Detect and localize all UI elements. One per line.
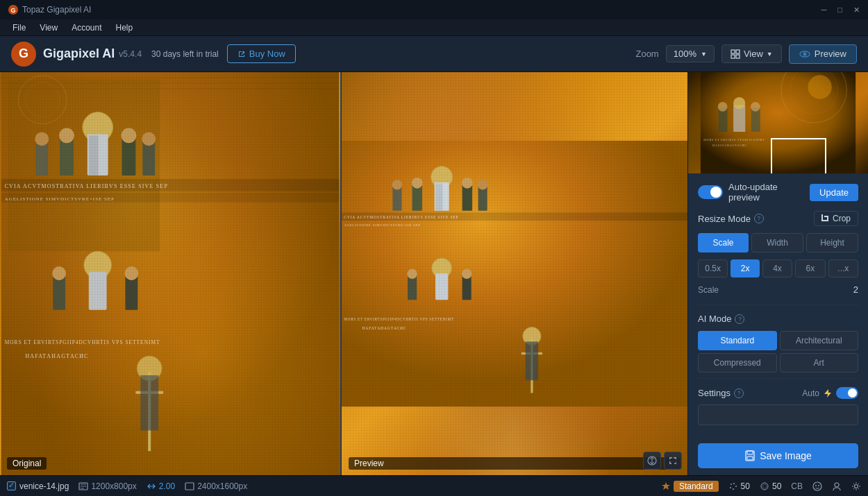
trial-badge: 30 days left in trial	[151, 49, 219, 59]
mosaic-texture	[0, 72, 340, 475]
zoom-label: Zoom	[635, 49, 658, 59]
buy-now-button[interactable]: Buy Now	[227, 44, 296, 63]
settings-help-icon[interactable]: ?	[734, 388, 744, 398]
noise-icon	[728, 481, 738, 491]
external-link-icon	[237, 50, 246, 58]
menu-file[interactable]: File	[6, 22, 33, 34]
resize-mode-help-icon[interactable]: ?	[754, 214, 764, 223]
user-profile-icon	[832, 481, 842, 491]
preview-button[interactable]: Preview	[789, 44, 857, 64]
statusbar: venice-14.jpg 1200x800px 2.00 2400x1600p…	[0, 475, 868, 496]
svg-point-99	[818, 485, 819, 486]
image-area[interactable]: CVIA ACVTMOSTRATIVA LIERIBVS ESSE SIVE S…	[0, 72, 687, 475]
output-resolution: 2400x1600px	[197, 481, 247, 491]
app-name: Gigapixel AI	[43, 46, 115, 61]
file-checkbox[interactable]	[7, 481, 16, 490]
tab-scale[interactable]: Scale	[698, 233, 749, 253]
scale-display: 2.00	[159, 481, 175, 491]
svg-rect-80	[751, 108, 760, 132]
save-icon	[744, 450, 756, 461]
input-resolution-item: 1200x800px	[78, 481, 136, 491]
titlebar: G Topaz Gigapixel AI ─ □ ✕	[0, 0, 868, 19]
svg-point-7	[803, 52, 806, 55]
settings-cog-item	[851, 481, 861, 491]
zoom-value: 100%	[674, 49, 696, 59]
save-image-button[interactable]: Save Image	[698, 443, 858, 468]
original-label: Original	[7, 457, 47, 470]
update-button[interactable]: Update	[810, 184, 858, 201]
svg-point-77	[718, 102, 728, 112]
input-resolution: 1200x800px	[91, 481, 136, 491]
scale-4x[interactable]: 4x	[762, 259, 792, 277]
close-button[interactable]: ✕	[853, 6, 860, 14]
ai-tab-art[interactable]: Art	[780, 353, 859, 373]
svg-point-91	[733, 483, 735, 484]
fullscreen-icon[interactable]	[664, 452, 682, 470]
scale-value-row: Scale 2	[698, 284, 858, 295]
zoom-control[interactable]: 100% ▼	[666, 45, 715, 62]
scale-multiplier-buttons: 0.5x 2x 4x 6x ...x	[698, 259, 858, 277]
star-icon	[661, 481, 671, 491]
noise-item: 50	[728, 481, 750, 491]
scale-0-5x[interactable]: 0.5x	[698, 259, 728, 277]
scale-2x[interactable]: 2x	[731, 259, 759, 277]
ai-mode-status: Standard	[661, 481, 719, 492]
zoom-chevron-icon: ▼	[701, 51, 707, 58]
svg-point-97	[813, 482, 821, 490]
auto-update-label: Auto-update preview	[728, 182, 810, 203]
maximize-button[interactable]: □	[837, 6, 842, 14]
svg-rect-76	[719, 108, 728, 132]
auto-update-toggle[interactable]	[698, 185, 723, 199]
grid-icon	[731, 49, 740, 59]
menu-view[interactable]: View	[33, 22, 65, 34]
lightning-icon	[824, 388, 832, 398]
ai-mode-header: AI Mode ?	[698, 314, 858, 324]
svg-point-79	[733, 97, 745, 109]
app-header: G Gigapixel AI v5.4.4 30 days left in tr…	[0, 36, 868, 72]
resize-mode-tabs: Scale Width Height	[698, 233, 858, 253]
thumbnail-viewport-indicator	[771, 138, 826, 173]
scale-label: Scale	[698, 285, 719, 295]
view-chevron-icon: ▼	[767, 51, 773, 58]
auto-settings-toggle[interactable]	[836, 387, 858, 399]
app-icon: G	[8, 5, 18, 15]
svg-point-81	[751, 102, 760, 112]
panel-divider	[340, 72, 342, 475]
blur-icon	[760, 481, 769, 491]
menu-account[interactable]: Account	[65, 22, 108, 34]
tab-height[interactable]: Height	[806, 233, 858, 253]
ai-mode-title: AI Mode	[698, 314, 731, 324]
svg-point-98	[815, 485, 817, 486]
section-divider-2	[698, 378, 858, 379]
menu-help[interactable]: Help	[109, 22, 140, 34]
svg-text:G: G	[10, 7, 15, 14]
crop-button[interactable]: Crop	[814, 211, 858, 226]
thumbnail-container: MORS ET ERVIRTS VPSSETLENIMT HAFATАHАGTА…	[688, 72, 868, 173]
face-recovery-item	[812, 481, 822, 491]
ai-mode-help-icon[interactable]: ?	[735, 314, 744, 324]
eye-icon	[799, 49, 810, 60]
crop-icon	[821, 214, 830, 223]
scale-value: 2	[853, 284, 858, 295]
output-resolution-item: 2400x1600px	[185, 481, 247, 491]
tab-width[interactable]: Width	[751, 233, 803, 253]
scale-6x[interactable]: 6x	[795, 259, 825, 277]
ai-tab-architectural[interactable]: Architectural	[780, 331, 859, 350]
compare-icon[interactable]	[643, 452, 661, 470]
ai-mode-tabs: Standard Architectural Compressed Art	[698, 331, 858, 373]
minimize-button[interactable]: ─	[821, 6, 827, 14]
right-settings-panel: MORS ET ERVIRTS VPSSETLENIMT HAFATАHАGTА…	[687, 72, 868, 475]
file-checkbox-item: venice-14.jpg	[7, 481, 69, 491]
ai-tab-compressed[interactable]: Compressed	[698, 353, 777, 373]
svg-point-100	[835, 483, 839, 487]
svg-rect-86	[747, 456, 753, 460]
expand-icon	[147, 481, 156, 491]
panel-icons	[643, 452, 682, 470]
ai-tab-standard[interactable]: Standard	[698, 331, 777, 350]
settings-noise-blur-inputs[interactable]	[698, 404, 858, 425]
svg-point-93	[730, 487, 731, 488]
scale-custom[interactable]: ...x	[828, 259, 858, 277]
face-icon	[812, 481, 822, 491]
view-button[interactable]: View ▼	[721, 44, 782, 63]
filename: venice-14.jpg	[19, 481, 69, 491]
